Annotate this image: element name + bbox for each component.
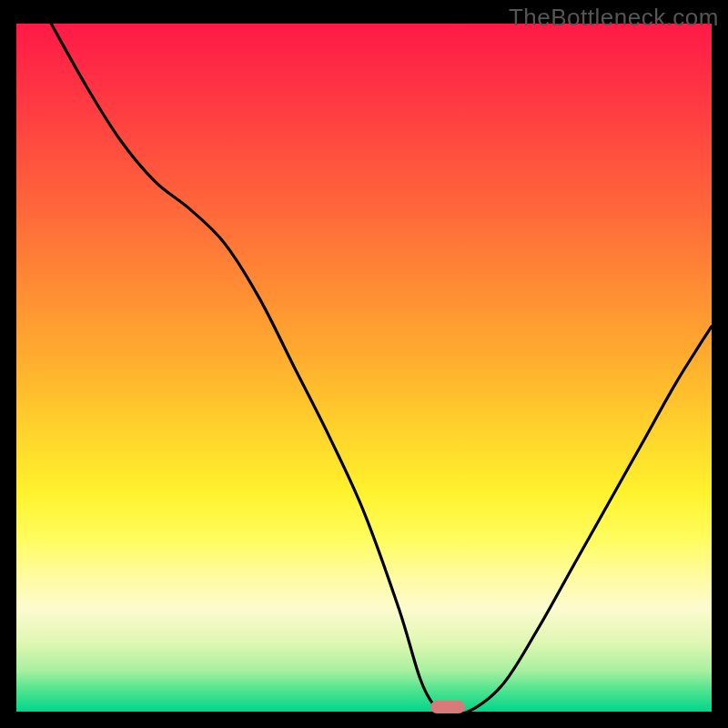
chart-frame: TheBottleneck.com (0, 0, 728, 728)
plot-area (16, 24, 712, 712)
watermark-text: TheBottleneck.com (509, 4, 719, 32)
bottleneck-curve-path (51, 24, 712, 714)
curve-svg (16, 24, 712, 712)
optimum-marker (430, 701, 465, 713)
